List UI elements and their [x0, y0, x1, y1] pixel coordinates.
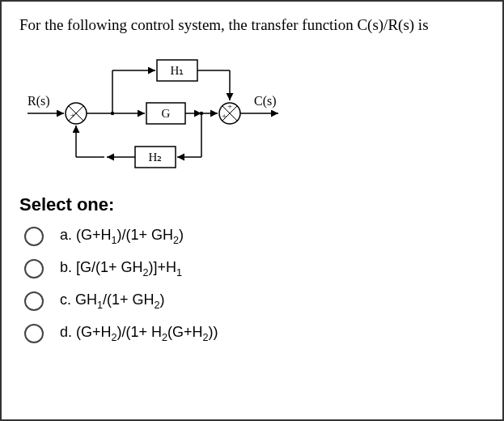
input-label: R(s) — [28, 94, 50, 108]
block-diagram: R(s) + - H₁ G + + C( — [19, 42, 327, 180]
block-h1-label: H₁ — [171, 64, 184, 77]
radio-icon[interactable] — [24, 259, 44, 279]
option-c-text: c. GH1/(1+ GH2) — [60, 291, 165, 311]
radio-icon[interactable] — [24, 227, 44, 246]
select-one-label: Select one: — [19, 194, 485, 215]
option-a-text: a. (G+H1)/(1+ GH2) — [60, 227, 184, 246]
svg-text:+: + — [222, 111, 227, 121]
question-card: For the following control system, the tr… — [0, 0, 504, 421]
radio-icon[interactable] — [24, 324, 44, 343]
option-c[interactable]: c. GH1/(1+ GH2) — [24, 291, 485, 311]
option-b-text: b. [G/(1+ GH2)]+H1 — [60, 259, 182, 279]
radio-icon[interactable] — [24, 291, 44, 311]
option-d[interactable]: d. (G+H2)/(1+ H2(G+H2)) — [24, 324, 485, 343]
block-h2-label: H₂ — [149, 151, 163, 164]
options-list: a. (G+H1)/(1+ GH2) b. [G/(1+ GH2)]+H1 c.… — [24, 227, 485, 343]
option-d-text: d. (G+H2)/(1+ H2(G+H2)) — [60, 324, 218, 343]
option-b[interactable]: b. [G/(1+ GH2)]+H1 — [24, 259, 485, 279]
svg-text:+: + — [227, 101, 232, 111]
option-a[interactable]: a. (G+H1)/(1+ GH2) — [24, 227, 485, 246]
block-g-label: G — [162, 107, 171, 120]
question-text: For the following control system, the tr… — [19, 16, 485, 34]
output-label: C(s) — [254, 94, 277, 108]
